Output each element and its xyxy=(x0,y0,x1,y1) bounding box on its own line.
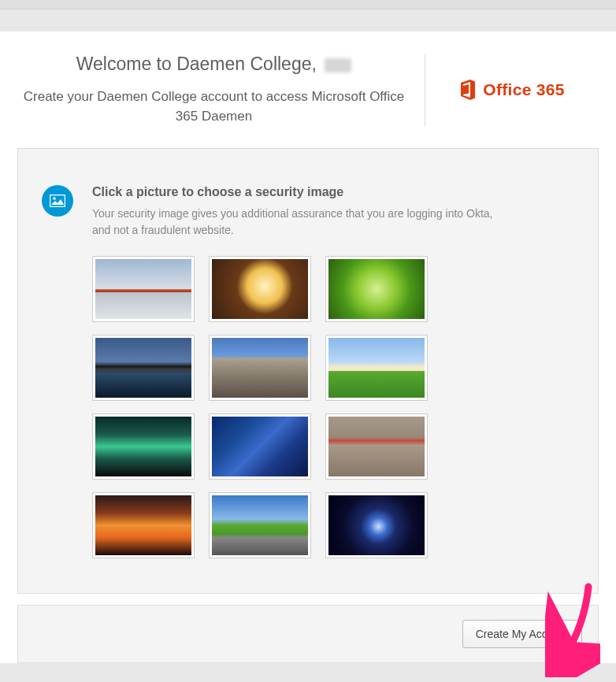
instruction-text: Click a picture to choose a security ima… xyxy=(92,185,494,239)
security-image-option[interactable] xyxy=(92,492,195,558)
security-image-option[interactable] xyxy=(325,335,428,401)
welcome-subtitle: Create your Daemen College account to ac… xyxy=(17,87,410,126)
security-image-panel: Click a picture to choose a security ima… xyxy=(17,148,599,594)
welcome-prefix: Welcome to Daemen College, xyxy=(76,54,317,74)
picture-icon xyxy=(42,185,73,217)
security-image-option[interactable] xyxy=(209,413,311,480)
create-account-button[interactable]: Create My Account xyxy=(462,620,582,648)
header-left: Welcome to Daemen College, Create your D… xyxy=(17,54,425,126)
security-image-option[interactable] xyxy=(92,256,195,322)
office365-text: Office 365 xyxy=(483,80,564,99)
security-image-option[interactable] xyxy=(92,335,195,401)
office-icon xyxy=(459,80,477,100)
security-image-option[interactable] xyxy=(209,335,311,401)
welcome-title: Welcome to Daemen College, xyxy=(17,54,410,75)
instruction-heading: Click a picture to choose a security ima… xyxy=(92,185,494,199)
security-image-option[interactable] xyxy=(325,413,428,480)
office365-logo: Office 365 xyxy=(459,80,564,100)
security-image-grid xyxy=(92,256,574,558)
instruction-description: Your security image gives you additional… xyxy=(92,206,494,239)
security-image-option[interactable] xyxy=(325,492,428,558)
header-right: Office 365 xyxy=(425,54,599,126)
security-image-option[interactable] xyxy=(209,256,311,322)
security-image-option[interactable] xyxy=(209,492,311,558)
security-image-option[interactable] xyxy=(325,256,428,322)
instruction-row: Click a picture to choose a security ima… xyxy=(42,185,574,239)
page-container: Welcome to Daemen College, Create your D… xyxy=(0,32,616,663)
user-name-redacted xyxy=(325,58,351,72)
header: Welcome to Daemen College, Create your D… xyxy=(0,32,616,148)
svg-rect-0 xyxy=(50,195,65,207)
security-image-option[interactable] xyxy=(92,413,195,480)
footer-panel: Create My Account xyxy=(17,605,599,663)
svg-point-1 xyxy=(53,197,56,200)
window-topbar xyxy=(0,0,616,9)
